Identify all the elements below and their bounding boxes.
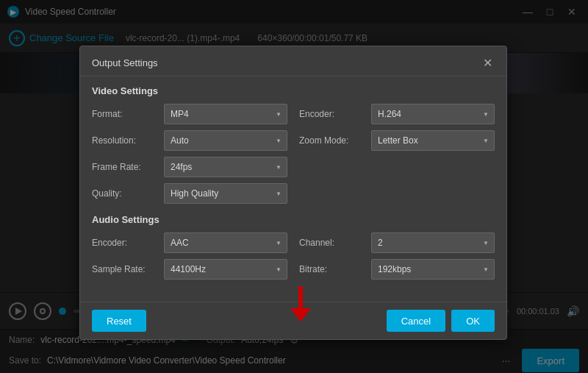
frame-rate-row: Frame Rate: 24fps (92, 157, 287, 177)
ok-button[interactable]: OK (451, 310, 495, 332)
arrow-shaft (298, 286, 303, 308)
bitrate-label: Bitrate: (299, 264, 365, 274)
format-select[interactable]: MP4 (164, 104, 287, 124)
zoom-mode-select[interactable]: Letter Box (371, 130, 495, 151)
frame-rate-select[interactable]: 24fps (164, 157, 287, 177)
encoder-label: Encoder: (299, 109, 365, 119)
video-settings-grid: Format: MP4 Encoder: H.264 Resolution: (92, 104, 495, 204)
bitrate-row: Bitrate: 192kbps (299, 259, 495, 280)
audio-encoder-select-wrap: AAC (164, 232, 287, 253)
audio-settings-grid: Encoder: AAC Channel: 2 Sample Rate: (92, 232, 495, 280)
encoder-select[interactable]: H.264 (371, 104, 495, 124)
quality-select[interactable]: High Quality (164, 183, 287, 204)
bitrate-select-wrap: 192kbps (371, 259, 495, 280)
resolution-select-wrap: Auto (164, 130, 287, 151)
sample-rate-row: Sample Rate: 44100Hz (92, 259, 287, 280)
encoder-row: Encoder: H.264 (299, 104, 495, 124)
channel-select-wrap: 2 (371, 232, 495, 253)
format-select-wrap: MP4 (164, 104, 287, 124)
quality-row: Quality: High Quality (92, 183, 287, 204)
audio-encoder-select[interactable]: AAC (164, 232, 287, 253)
sample-rate-label: Sample Rate: (92, 264, 158, 274)
sample-rate-select-wrap: 44100Hz (164, 259, 287, 280)
encoder-select-wrap: H.264 (371, 104, 495, 124)
channel-select[interactable]: 2 (371, 232, 495, 253)
bitrate-select[interactable]: 192kbps (371, 259, 495, 280)
zoom-mode-select-wrap: Letter Box (371, 130, 495, 151)
zoom-mode-row: Zoom Mode: Letter Box (299, 130, 495, 151)
frame-rate-select-wrap: 24fps (164, 157, 287, 177)
sample-rate-select[interactable]: 44100Hz (164, 259, 287, 280)
dialog-body: Video Settings Format: MP4 Encoder: H.26… (80, 77, 506, 302)
quality-label: Quality: (92, 188, 158, 199)
video-settings-title: Video Settings (92, 85, 495, 96)
resolution-row: Resolution: Auto (92, 130, 287, 151)
resolution-select[interactable]: Auto (164, 130, 287, 151)
format-label: Format: (92, 109, 158, 119)
arrow-head (290, 308, 311, 322)
audio-encoder-row: Encoder: AAC (92, 232, 287, 253)
channel-label: Channel: (299, 238, 365, 248)
dialog-header: Output Settings ✕ (80, 46, 506, 77)
dialog-close-button[interactable]: ✕ (480, 55, 495, 70)
frame-rate-label: Frame Rate: (92, 162, 158, 172)
audio-settings-title: Audio Settings (92, 214, 495, 225)
dialog-title: Output Settings (92, 57, 158, 68)
arrow-annotation (290, 286, 311, 322)
format-row: Format: MP4 (92, 104, 287, 124)
audio-encoder-label: Encoder: (92, 238, 158, 248)
resolution-label: Resolution: (92, 135, 158, 146)
zoom-mode-label: Zoom Mode: (299, 135, 365, 146)
channel-row: Channel: 2 (299, 232, 495, 253)
quality-select-wrap: High Quality (164, 183, 287, 204)
reset-button[interactable]: Reset (92, 310, 146, 332)
cancel-button[interactable]: Cancel (387, 310, 445, 332)
